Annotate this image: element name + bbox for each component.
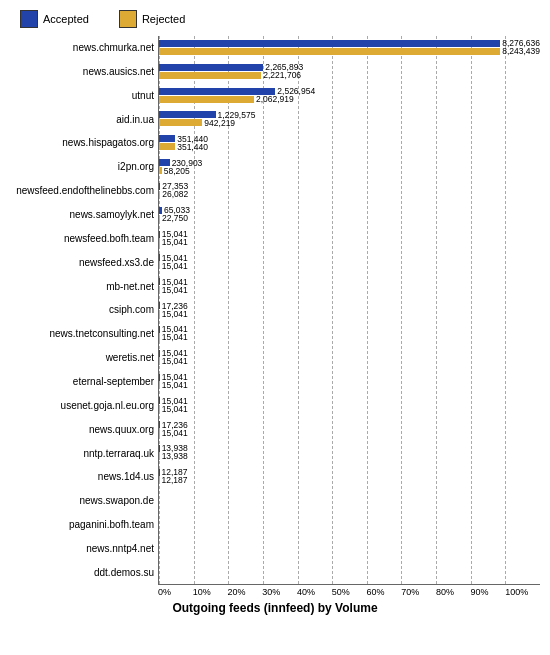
bar-row-accepted bbox=[159, 493, 540, 500]
bar-group: 13,93813,938 bbox=[159, 441, 540, 465]
x-axis: 0%10%20%30%40%50%60%70%80%90%100% bbox=[10, 587, 540, 597]
legend-accepted-box bbox=[20, 10, 38, 28]
x-axis-tick: 80% bbox=[436, 587, 471, 597]
bar-accepted bbox=[159, 374, 160, 381]
legend-accepted-label: Accepted bbox=[43, 13, 89, 25]
bar-rejected bbox=[159, 215, 160, 222]
bar-accepted bbox=[159, 469, 160, 476]
y-axis-label: i2pn.org bbox=[10, 159, 154, 175]
bar-rejected-label: 15,041 bbox=[162, 261, 188, 271]
bar-row-accepted: 13,938 bbox=[159, 445, 540, 452]
bar-row-rejected bbox=[159, 548, 540, 555]
bar-group: 230,90358,205 bbox=[159, 155, 540, 179]
y-axis-label: csiph.com bbox=[10, 302, 154, 318]
x-axis-tick: 100% bbox=[505, 587, 540, 597]
bar-rejected bbox=[159, 334, 160, 341]
bar-accepted bbox=[159, 350, 160, 357]
y-axis-label: nntp.terraraq.uk bbox=[10, 446, 154, 462]
bar-rejected-label: 15,041 bbox=[162, 356, 188, 366]
bar-row-accepted: 65,033 bbox=[159, 207, 540, 214]
bar-rejected bbox=[159, 143, 175, 150]
bar-rejected-label: 26,082 bbox=[162, 189, 188, 199]
bar-row-accepted: 27,353 bbox=[159, 183, 540, 190]
bar-row-rejected: 15,041 bbox=[159, 310, 540, 317]
bar-group bbox=[159, 536, 540, 560]
bar-rejected bbox=[159, 382, 160, 389]
x-axis-tick: 70% bbox=[401, 587, 436, 597]
bar-accepted bbox=[159, 421, 160, 428]
bar-rejected-label: 12,187 bbox=[162, 475, 188, 485]
bar-row-rejected: 8,243,439 bbox=[159, 48, 540, 55]
bar-row-rejected: 15,041 bbox=[159, 239, 540, 246]
y-axis-label: ddt.demos.su bbox=[10, 565, 154, 581]
bar-row-accepted: 351,440 bbox=[159, 135, 540, 142]
bar-accepted bbox=[159, 397, 160, 404]
bar-accepted bbox=[159, 302, 160, 309]
bar-row-rejected: 15,041 bbox=[159, 262, 540, 269]
y-axis-label: utnut bbox=[10, 88, 154, 104]
bar-row-rejected: 15,041 bbox=[159, 334, 540, 341]
bar-rejected bbox=[159, 48, 500, 55]
x-axis-tick: 0% bbox=[158, 587, 193, 597]
y-axis-label: paganini.bofh.team bbox=[10, 517, 154, 533]
y-axis-label: eternal-september bbox=[10, 374, 154, 390]
x-axis-tick: 30% bbox=[262, 587, 297, 597]
y-axis-label: mb-net.net bbox=[10, 279, 154, 295]
bar-row-accepted: 15,041 bbox=[159, 254, 540, 261]
bar-group: 15,04115,041 bbox=[159, 322, 540, 346]
bar-rejected bbox=[159, 96, 254, 103]
bar-rejected bbox=[159, 286, 160, 293]
bar-rejected bbox=[159, 191, 160, 198]
bar-rejected bbox=[159, 119, 202, 126]
bar-group: 2,526,9542,062,919 bbox=[159, 84, 540, 108]
bar-row-rejected: 15,041 bbox=[159, 405, 540, 412]
bar-rejected bbox=[159, 477, 160, 484]
bar-row-accepted: 12,187 bbox=[159, 469, 540, 476]
bar-row-accepted: 15,041 bbox=[159, 326, 540, 333]
x-axis-tick: 10% bbox=[193, 587, 228, 597]
bar-group: 15,04115,041 bbox=[159, 346, 540, 370]
y-axis-label: news.ausics.net bbox=[10, 64, 154, 80]
bar-row-rejected: 15,041 bbox=[159, 358, 540, 365]
y-axis-label: news.chmurka.net bbox=[10, 40, 154, 56]
bar-group: 17,23615,041 bbox=[159, 417, 540, 441]
bar-group bbox=[159, 560, 540, 584]
bar-group: 15,04115,041 bbox=[159, 370, 540, 394]
bar-row-accepted: 8,276,636 bbox=[159, 40, 540, 47]
bar-row-accepted: 15,041 bbox=[159, 278, 540, 285]
bar-row-rejected bbox=[159, 572, 540, 579]
bar-row-accepted: 230,903 bbox=[159, 159, 540, 166]
bar-rejected-label: 15,041 bbox=[162, 380, 188, 390]
bar-accepted bbox=[159, 231, 160, 238]
bar-rejected-label: 2,221,706 bbox=[263, 70, 301, 80]
bar-rejected-label: 22,750 bbox=[162, 213, 188, 223]
bar-row-accepted: 2,265,893 bbox=[159, 64, 540, 71]
legend: Accepted Rejected bbox=[10, 10, 540, 28]
bar-rejected bbox=[159, 167, 162, 174]
bar-row-accepted bbox=[159, 540, 540, 547]
y-axis-label: weretis.net bbox=[10, 350, 154, 366]
bar-rejected-label: 351,440 bbox=[177, 142, 208, 152]
bar-rejected-label: 58,205 bbox=[164, 166, 190, 176]
bar-row-rejected: 2,221,706 bbox=[159, 72, 540, 79]
y-axis-label: news.swapon.de bbox=[10, 493, 154, 509]
bar-accepted bbox=[159, 183, 160, 190]
bar-rejected bbox=[159, 453, 160, 460]
bar-row-rejected: 13,938 bbox=[159, 453, 540, 460]
x-axis-tick: 20% bbox=[227, 587, 262, 597]
legend-rejected-box bbox=[119, 10, 137, 28]
bar-row-accepted bbox=[159, 564, 540, 571]
y-axis-label: newsfeed.xs3.de bbox=[10, 255, 154, 271]
bar-row-accepted: 15,041 bbox=[159, 231, 540, 238]
bar-row-rejected: 22,750 bbox=[159, 215, 540, 222]
bar-rejected-label: 15,041 bbox=[162, 309, 188, 319]
bar-group: 15,04115,041 bbox=[159, 274, 540, 298]
y-axis-label: news.hispagatos.org bbox=[10, 135, 154, 151]
bar-rejected-label: 2,062,919 bbox=[256, 94, 294, 104]
bar-row-rejected: 942,219 bbox=[159, 119, 540, 126]
bar-accepted bbox=[159, 40, 500, 47]
bar-group bbox=[159, 513, 540, 537]
bar-rejected bbox=[159, 358, 160, 365]
bar-rejected-label: 15,041 bbox=[162, 428, 188, 438]
legend-rejected-label: Rejected bbox=[142, 13, 185, 25]
